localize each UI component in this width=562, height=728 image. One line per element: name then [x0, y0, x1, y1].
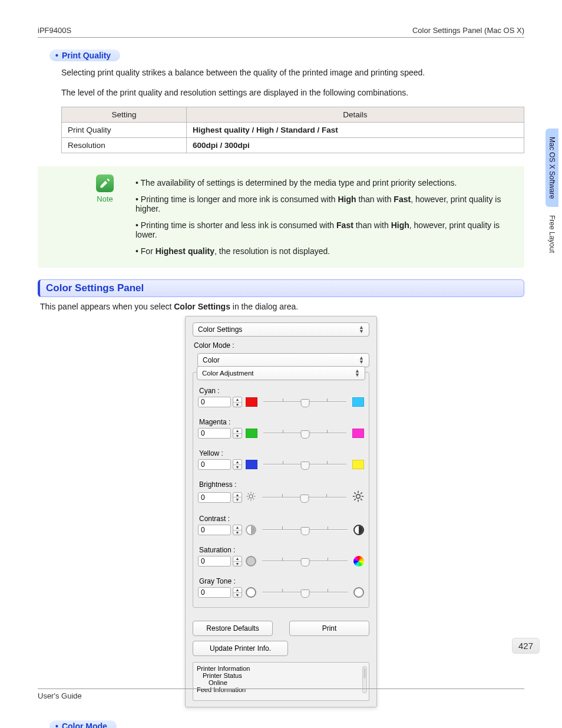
note-item: For Highest quality, the resolution is n…: [135, 243, 515, 259]
stepper-arrows[interactable]: ▲▼: [233, 492, 242, 503]
section-intro: This panel appears when you select Color…: [40, 302, 524, 311]
slider-label: Contrast :: [199, 515, 364, 523]
slider-knob[interactable]: [300, 462, 309, 470]
note-item: Printing time is longer and more ink is …: [135, 191, 515, 217]
value-stepper[interactable]: ▲▼: [198, 397, 242, 407]
slider-track[interactable]: [261, 398, 349, 406]
updown-icon: ▲▼: [355, 369, 360, 377]
swatch-left-icon: [246, 397, 257, 407]
sun-bright-icon: [352, 490, 364, 504]
svg-line-16: [354, 499, 356, 500]
contrast-high-icon: [353, 525, 364, 535]
slider-knob[interactable]: [300, 495, 309, 503]
svg-point-0: [249, 495, 253, 498]
value-input[interactable]: [198, 525, 231, 535]
slider-label: Saturation :: [199, 546, 364, 554]
svg-line-17: [361, 493, 362, 495]
panel-select[interactable]: Color Settings ▲▼: [193, 322, 369, 337]
rainbow-icon: [353, 556, 364, 566]
paragraph: The level of the print quality and resol…: [61, 87, 524, 99]
empty-circle-icon: [246, 587, 256, 598]
slider-label: Brightness :: [199, 480, 364, 489]
table-header: Details: [186, 107, 524, 123]
value-input[interactable]: [198, 587, 231, 598]
svg-line-7: [248, 499, 249, 500]
page-number: 427: [512, 638, 540, 654]
table-row: Resolution 600dpi / 300dpi: [62, 138, 524, 153]
svg-line-5: [248, 493, 249, 495]
slider-label: Yellow :: [199, 449, 364, 457]
value-stepper[interactable]: ▲▼: [198, 492, 242, 503]
swatch-right-icon: [352, 429, 364, 438]
color-mode-select[interactable]: Color ▲▼: [197, 353, 369, 367]
slider-track[interactable]: [261, 460, 349, 469]
slider-track[interactable]: [260, 588, 350, 597]
value-stepper[interactable]: ▲▼: [198, 428, 242, 439]
color-mode-heading: •Color Mode: [49, 720, 117, 728]
note-box: Note The availability of settings is det…: [38, 166, 524, 268]
svg-line-15: [361, 499, 362, 500]
footer-left: User's Guide: [38, 691, 82, 700]
stepper-arrows[interactable]: ▲▼: [233, 459, 242, 470]
value-stepper[interactable]: ▲▼: [198, 459, 242, 470]
divider: [38, 37, 524, 38]
update-printer-info-button[interactable]: Update Printer Info.: [193, 641, 288, 656]
header-right: Color Settings Panel (Mac OS X): [412, 26, 524, 35]
value-stepper[interactable]: ▲▼: [198, 556, 242, 566]
print-quality-heading: •Print Quality: [49, 50, 120, 61]
settings-table: Setting Details Print Quality Highest qu…: [61, 107, 524, 153]
stepper-arrows[interactable]: ▲▼: [233, 587, 242, 598]
stepper-arrows[interactable]: ▲▼: [233, 556, 242, 566]
table-row: Print Quality Highest quality / High / S…: [62, 123, 524, 138]
value-input[interactable]: [198, 397, 231, 407]
adjustment-tab-select[interactable]: Color Adjustment ▲▼: [197, 366, 365, 380]
value-input[interactable]: [198, 492, 231, 503]
restore-defaults-button[interactable]: Restore Defaults: [193, 621, 273, 636]
slider-label: Cyan :: [199, 387, 364, 395]
updown-icon: ▲▼: [359, 356, 364, 364]
slider-knob[interactable]: [300, 399, 309, 407]
swatch-right-icon: [352, 397, 364, 407]
note-list: The availability of settings is determin…: [135, 174, 515, 259]
value-input[interactable]: [198, 459, 231, 470]
paragraph: Selecting print quality strikes a balanc…: [61, 67, 524, 79]
stepper-arrows[interactable]: ▲▼: [233, 525, 242, 535]
slider-knob[interactable]: [300, 527, 309, 535]
slider-track[interactable]: [260, 557, 350, 565]
contrast-low-icon: [246, 525, 256, 535]
color-mode-label: Color Mode :: [194, 341, 369, 350]
slider-track[interactable]: [261, 429, 349, 437]
section-heading: Color Settings Panel: [38, 279, 524, 297]
value-input[interactable]: [198, 428, 231, 439]
page-footer: User's Guide: [38, 689, 524, 700]
side-tabs: Mac OS X Software Free Layout: [546, 129, 558, 261]
slider-track[interactable]: [260, 526, 350, 534]
gray-circle-icon: [246, 556, 256, 566]
sun-dim-icon: [246, 491, 256, 503]
swatch-left-icon: [246, 429, 257, 438]
note-item: The availability of settings is determin…: [135, 174, 515, 191]
slider-knob[interactable]: [300, 430, 309, 439]
color-adjustment-fieldset: Color Adjustment ▲▼ Cyan :▲▼Magenta :▲▼Y…: [193, 372, 369, 608]
pencil-icon: [96, 174, 114, 192]
value-input[interactable]: [198, 556, 231, 566]
side-tab[interactable]: Free Layout: [546, 207, 558, 261]
updown-icon: ▲▼: [359, 325, 364, 334]
value-stepper[interactable]: ▲▼: [198, 587, 242, 598]
svg-line-14: [354, 493, 356, 495]
swatch-right-icon: [352, 460, 364, 469]
note-item: Printing time is shorter and less ink is…: [135, 217, 515, 243]
header-left: iPF9400S: [38, 26, 71, 35]
swatch-left-icon: [246, 460, 257, 469]
slider-knob[interactable]: [300, 558, 309, 566]
color-settings-panel: Color Settings ▲▼ Color Mode : Color ▲▼ …: [185, 316, 377, 707]
table-header: Setting: [62, 107, 187, 123]
side-tab-active[interactable]: Mac OS X Software: [546, 129, 558, 207]
value-stepper[interactable]: ▲▼: [198, 525, 242, 535]
stepper-arrows[interactable]: ▲▼: [233, 397, 242, 407]
slider-knob[interactable]: [300, 589, 309, 598]
svg-line-8: [253, 493, 254, 495]
slider-track[interactable]: [260, 493, 349, 502]
print-button[interactable]: Print: [289, 621, 369, 636]
stepper-arrows[interactable]: ▲▼: [233, 428, 242, 439]
